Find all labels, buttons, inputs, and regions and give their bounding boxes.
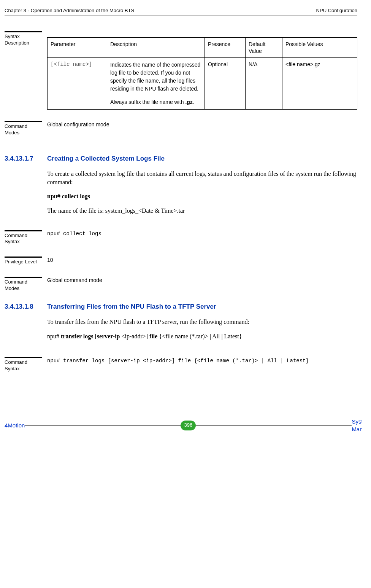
header-right: NPU Configuration — [316, 8, 357, 14]
table-row: [<file name>] Indicates the name of the … — [48, 58, 357, 110]
header-left: Chapter 3 - Operation and Administration… — [5, 8, 134, 14]
col-default: Default Value — [246, 37, 282, 57]
section-heading-2: 3.4.13.1.8 Transferring Files from the N… — [5, 303, 357, 311]
command-syntax-block-1: Command Syntax npu# collect logs — [5, 230, 357, 245]
sec1-p1: To create a collected system log file th… — [47, 170, 357, 186]
section-heading-1: 3.4.13.1.7 Creating a Collected System L… — [5, 155, 357, 163]
col-presence: Presence — [205, 37, 246, 57]
footer-center: 396 — [25, 421, 352, 430]
desc-p2-bold: .gz — [185, 99, 192, 105]
col-description: Description — [107, 37, 205, 57]
footer-right: System Manual — [352, 418, 362, 433]
privilege-level-block: Privilege Level 10 — [5, 257, 357, 265]
cell-default: N/A — [246, 58, 282, 110]
side-label-wrap: Command Syntax — [5, 357, 42, 372]
command-syntax-label: Command Syntax — [5, 359, 42, 372]
param-table-wrap: Parameter Description Presence Default V… — [42, 31, 357, 110]
sec2-cmd-b2: server-ip — [97, 333, 120, 339]
section-number-2: 3.4.13.1.8 — [5, 303, 42, 311]
sec2-cmd-mid1: [ — [93, 333, 97, 339]
sec2-cmd-prefix: npu# — [47, 333, 61, 339]
page-footer: 4Motion 396 System Manual — [5, 418, 357, 433]
cell-presence: Optional — [205, 58, 246, 110]
command-syntax-value-1: npu# collect logs — [42, 230, 357, 237]
cell-description: Indicates the name of the compressed log… — [107, 58, 205, 110]
command-syntax-label: Command Syntax — [5, 233, 42, 245]
side-rule — [5, 277, 42, 278]
col-possible: Possible Values — [282, 37, 357, 57]
command-modes-label: Command Modes — [5, 123, 42, 136]
command-modes-block-1: Command Modes Global configuration mode — [5, 121, 357, 136]
side-rule — [5, 230, 42, 231]
privilege-level-label: Privilege Level — [5, 259, 42, 265]
side-rule — [5, 257, 42, 258]
parameter-table: Parameter Description Presence Default V… — [47, 37, 357, 110]
desc-p2-prefix: Always suffix the file name with — [110, 99, 185, 105]
side-rule — [5, 31, 42, 32]
sec1-p2: The name of the file is: system_logs_<Da… — [47, 207, 357, 215]
desc-p2: Always suffix the file name with .gz. — [110, 98, 201, 106]
sec2-cmd-b1: transfer logs — [61, 333, 93, 339]
command-modes-block-2: Command Modes Global command mode — [5, 277, 357, 292]
command-modes-value-1: Global configuration mode — [42, 121, 357, 128]
side-rule — [5, 121, 42, 122]
side-rule — [5, 357, 42, 358]
desc-p2-suffix: . — [193, 99, 194, 105]
side-label-wrap: Command Modes — [5, 121, 42, 136]
sec2-p1: To transfer files from the NPU flash to … — [47, 318, 357, 326]
syntax-description-label: Syntax Description — [5, 33, 42, 46]
footer-left: 4Motion — [5, 422, 25, 429]
section-title-1: Creating a Collected System Logs File — [42, 155, 357, 163]
sec2-cmd-b3: file — [149, 333, 157, 339]
command-modes-value-2: Global command mode — [42, 277, 357, 284]
header-rule — [5, 16, 357, 16]
cell-parameter: [<file name>] — [48, 58, 107, 110]
col-parameter: Parameter — [48, 37, 107, 57]
sec2-cmd-mid2: <ip-addr>] — [120, 333, 150, 339]
side-label-wrap: Privilege Level — [5, 257, 42, 265]
side-label-wrap: Command Modes — [5, 277, 42, 292]
sec1-cmd: npu# collect logs — [47, 192, 357, 201]
page-number-badge: 396 — [181, 421, 196, 430]
cell-possible: <file name>.gz — [282, 58, 357, 110]
footer-rule-left — [25, 425, 181, 425]
footer-rule-right — [196, 425, 352, 425]
sec2-cmd-suffix: {<file name (*.tar)> | All | Latest} — [157, 333, 242, 339]
privilege-level-value: 10 — [42, 257, 357, 263]
command-syntax-value-2: npu# transfer logs [server-ip <ip-addr>]… — [42, 357, 357, 365]
side-label-wrap: Syntax Description — [5, 31, 42, 46]
desc-p1: Indicates the name of the compressed log… — [110, 61, 201, 93]
section-title-2: Transferring Files from the NPU Flash to… — [42, 303, 357, 311]
section-number-1: 3.4.13.1.7 — [5, 155, 42, 163]
page-header: Chapter 3 - Operation and Administration… — [5, 8, 357, 14]
command-modes-label: Command Modes — [5, 279, 42, 292]
syntax-description-block: Syntax Description Parameter Description… — [5, 31, 357, 110]
sec2-cmd: npu# transfer logs [server-ip <ip-addr>]… — [47, 332, 357, 341]
table-header-row: Parameter Description Presence Default V… — [48, 37, 357, 57]
side-label-wrap: Command Syntax — [5, 230, 42, 245]
command-syntax-block-2: Command Syntax npu# transfer logs [serve… — [5, 357, 357, 372]
